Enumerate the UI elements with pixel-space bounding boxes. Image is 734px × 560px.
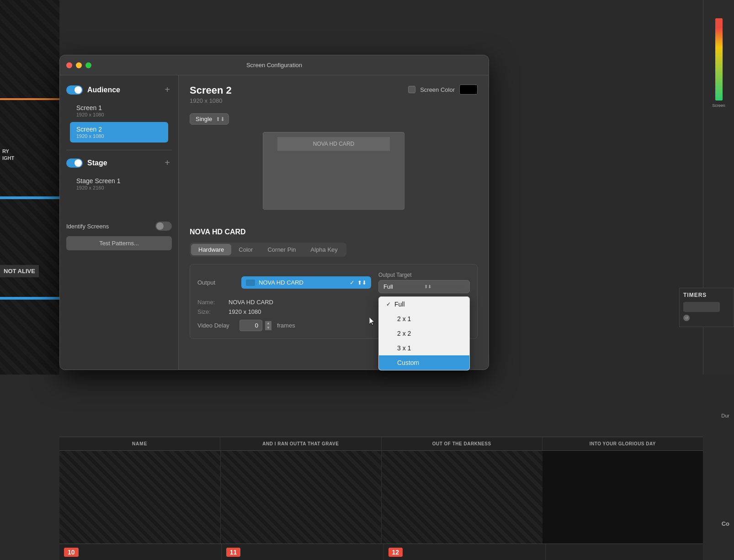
output-target-label: Output Target — [378, 272, 470, 278]
song-thumb-2[interactable] — [382, 451, 543, 544]
right-screen-label: Screen — [712, 103, 725, 108]
output-target-block: Output Target Full ⬆⬇ ✓ Full — [378, 272, 470, 293]
vu-meter — [715, 18, 723, 100]
screen-item-2[interactable]: Screen 2 1920 x 1080 — [70, 122, 168, 143]
single-dropdown-label: Single — [196, 116, 212, 122]
timers-title: TIMERS — [683, 292, 730, 298]
identify-label: Identify Screens — [66, 223, 109, 230]
name-field-value: NOVA HD CARD — [229, 299, 273, 306]
audience-toggle-row: Audience — [66, 85, 120, 95]
output-label: Output — [197, 279, 234, 286]
timer-input-1[interactable] — [683, 302, 720, 312]
song-thumb-0[interactable] — [59, 451, 221, 544]
maximize-button[interactable] — [85, 62, 91, 68]
output-dropdown-icon — [246, 280, 255, 286]
modal-main-panel: Screen 2 1920 x 1080 Screen Color Single… — [179, 75, 489, 370]
output-dropdown[interactable]: NOVA HD CARD ✓ ⬆⬇ — [241, 276, 371, 289]
audience-add-button[interactable]: + — [163, 85, 172, 95]
dropdown-item-custom-label: Custom — [397, 359, 419, 366]
screen2-resolution: 1920 x 1080 — [190, 97, 232, 104]
left-pattern — [0, 0, 59, 375]
song-thumb-extra — [543, 451, 703, 544]
nova-hd-title: NOVA HD CARD — [190, 228, 478, 236]
blue-bar-middle — [0, 196, 59, 199]
screen2-header: Screen 2 1920 x 1080 Screen Color — [190, 85, 478, 104]
tab-corner-pin[interactable]: Corner Pin — [260, 244, 303, 255]
bottom-song-bar: NAME AND I RAN OUTTA THAT GRAVE OUT OF T… — [59, 437, 703, 560]
name-bar: NAME AND I RAN OUTTA THAT GRAVE OUT OF T… — [59, 437, 703, 451]
audience-header: Audience + — [66, 85, 172, 95]
dropdown-item-full[interactable]: ✓ Full — [379, 297, 469, 312]
song-number-1: 11 — [226, 548, 241, 557]
screen2-title: Screen 2 — [190, 85, 232, 96]
stage-label: Stage — [87, 159, 107, 167]
dropdown-item-full-label: Full — [394, 301, 405, 308]
output-target-value: Full — [383, 283, 424, 290]
output-dropdown-text: NOVA HD CARD — [259, 279, 350, 286]
song-thumbnails — [59, 451, 703, 544]
video-delay-label: Video Delay — [197, 322, 234, 329]
tab-color[interactable]: Color — [231, 244, 260, 255]
delay-increment-button[interactable]: ▲ — [265, 321, 271, 326]
preview-label: NOVA HD CARD — [277, 137, 390, 151]
single-dropdown[interactable]: Single ⬆⬇ — [190, 113, 229, 125]
tab-alpha-key[interactable]: Alpha Key — [303, 244, 345, 255]
dropdown-item-3x1[interactable]: 3 x 1 — [379, 341, 469, 355]
audience-label: Audience — [87, 86, 120, 94]
screen-color-row: Screen Color — [408, 85, 478, 95]
name-label-left: NAME — [59, 437, 220, 450]
modal-title: Screen Configuration — [246, 62, 302, 69]
screen-1-res: 1920 x 1080 — [76, 112, 162, 117]
screen-color-checkbox[interactable] — [408, 86, 415, 93]
left-ight-label: IGHT — [2, 155, 14, 161]
not-alive-label: NOT ALIVE — [0, 265, 39, 277]
output-target-container: Full ⬆⬇ ✓ Full — [378, 280, 470, 293]
stage-add-button[interactable]: + — [163, 158, 172, 168]
name-field-label: Name: — [197, 299, 225, 306]
identify-toggle[interactable] — [155, 222, 172, 231]
full-check-icon: ✓ — [386, 301, 391, 307]
output-target-arrow-icon: ⬆⬇ — [424, 284, 465, 289]
screen-item-1[interactable]: Screen 1 1920 x 1080 — [70, 100, 168, 121]
screen-2-name: Screen 2 — [76, 126, 162, 133]
tab-hardware[interactable]: Hardware — [191, 244, 231, 255]
timer-row-1: ↺ — [683, 315, 730, 321]
stage-toggle[interactable] — [66, 158, 83, 168]
song-number-0: 10 — [64, 548, 79, 557]
output-target-button[interactable]: Full ⬆⬇ — [378, 280, 470, 293]
video-delay-input[interactable]: 0 — [239, 320, 262, 331]
orange-bar-top — [0, 98, 59, 100]
stage-screen-1-res: 1920 x 2160 — [76, 185, 162, 190]
audience-toggle[interactable] — [66, 85, 83, 95]
screen-1-name: Screen 1 — [76, 104, 162, 111]
video-delay-stepper: ▲ ▼ — [265, 321, 271, 330]
dropdown-item-2x2-label: 2 x 2 — [397, 330, 411, 337]
modal-content: Audience + Screen 1 1920 x 1080 Screen 2… — [60, 75, 489, 370]
modal-titlebar: Screen Configuration — [60, 55, 489, 75]
preview-container: NOVA HD CARD — [190, 132, 478, 219]
single-dropdown-arrow-icon: ⬆⬇ — [216, 116, 225, 122]
close-button[interactable] — [66, 62, 72, 68]
screen-color-swatch[interactable] — [459, 85, 478, 95]
test-patterns-button[interactable]: Test Patterns... — [66, 236, 172, 250]
dropdown-item-2x2[interactable]: 2 x 2 — [379, 326, 469, 341]
stage-toggle-row: Stage — [66, 158, 107, 168]
size-field-value: 1920 x 1080 — [229, 308, 261, 315]
stage-section: Stage + Stage Screen 1 1920 x 2160 — [60, 158, 178, 194]
screen-2-res: 1920 x 1080 — [76, 133, 162, 139]
badge-col-2: 12 — [384, 544, 546, 560]
dropdown-item-custom[interactable]: Custom — [379, 355, 469, 370]
delay-decrement-button[interactable]: ▼ — [265, 326, 271, 330]
song-thumb-1[interactable] — [221, 451, 382, 544]
co-label: Co — [722, 520, 729, 527]
minimize-button[interactable] — [76, 62, 82, 68]
traffic-lights — [66, 62, 91, 68]
song-col-2-name: OUT OF THE DARKNESS — [382, 437, 543, 450]
stage-screen-item-1[interactable]: Stage Screen 1 1920 x 2160 — [70, 174, 168, 194]
blue-bar-lower — [0, 297, 59, 300]
song-col-1-name: AND I RAN OUTTA THAT GRAVE — [220, 437, 381, 450]
size-field-label: Size: — [197, 308, 225, 315]
dropdown-item-2x1[interactable]: 2 x 1 — [379, 312, 469, 326]
output-dropdown-chevron-icon: ⬆⬇ — [357, 280, 367, 286]
song-col-3-name: INTO YOUR GLORIOUS DAY — [543, 437, 703, 450]
